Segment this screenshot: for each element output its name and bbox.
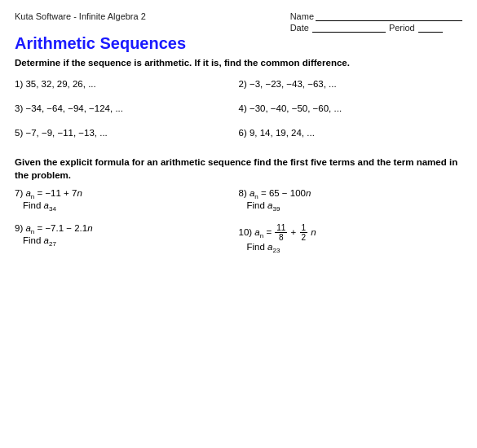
formula-problems-grid: 7) an = −11 + 7n Find a34 8) an = 65 − 1… — [15, 187, 462, 262]
formula-problem-8-formula: 8) an = 65 − 100n — [239, 188, 460, 200]
formula-problem-10: 10) an = 11 8 + 1 2 n Find a23 — [239, 222, 463, 262]
problem-5-text: −7, −9, −11, −13, ... — [25, 128, 107, 138]
problem-3-text: −34, −64, −94, −124, ... — [25, 103, 123, 113]
date-underline — [312, 23, 386, 33]
problem-6: 6) 9, 14, 19, 24, ... — [239, 125, 463, 149]
problem-1-text: 35, 32, 29, 26, ... — [25, 79, 95, 89]
name-underline — [316, 11, 462, 21]
problem-2-number: 2) — [239, 79, 250, 89]
period-label: Period — [389, 23, 415, 33]
formula-problem-7-formula: 7) an = −11 + 7n — [15, 188, 236, 200]
section2-instruction: Given the explicit formula for an arithm… — [15, 156, 462, 182]
name-section: Name Date Period — [290, 11, 462, 33]
problem-4: 4) −30, −40, −50, −60, ... — [239, 100, 463, 125]
problem-3: 3) −34, −64, −94, −124, ... — [15, 100, 239, 125]
formula-problem-7: 7) an = −11 + 7n Find a34 — [15, 187, 239, 222]
problems-grid: 1) 35, 32, 29, 26, ... 2) −3, −23, −43, … — [15, 76, 462, 149]
worksheet-page: Kuta Software - Infinite Algebra 2 Name … — [0, 0, 477, 448]
problem-1-number: 1) — [15, 79, 25, 89]
name-label: Name — [290, 11, 314, 21]
problem-5-number: 5) — [15, 128, 25, 138]
formula-problem-7-find: Find a34 — [15, 200, 236, 213]
formula-problem-9-find: Find a27 — [15, 235, 236, 248]
problem-2: 2) −3, −23, −43, −63, ... — [239, 76, 463, 100]
fraction-1-2: 1 2 — [300, 223, 308, 242]
problem-6-text: 9, 14, 19, 24, ... — [250, 128, 315, 138]
date-label: Date — [290, 23, 309, 33]
header: Kuta Software - Infinite Algebra 2 Name … — [15, 11, 462, 33]
problem-6-number: 6) — [239, 128, 250, 138]
formula-problem-9-formula: 9) an = −7.1 − 2.1n — [15, 223, 236, 235]
formula-problem-10-find: Find a23 — [239, 242, 460, 254]
problem-3-number: 3) — [15, 103, 25, 113]
problem-2-text: −3, −23, −43, −63, ... — [250, 79, 337, 89]
section1-instruction: Determine if the sequence is arithmetic.… — [15, 58, 462, 68]
problem-4-text: −30, −40, −50, −60, ... — [250, 103, 342, 113]
fraction-11-8: 11 8 — [275, 223, 287, 242]
formula-problem-10-formula: 10) an = 11 8 + 1 2 n — [239, 223, 460, 242]
software-label: Kuta Software - Infinite Algebra 2 — [15, 11, 146, 21]
page-title: Arithmetic Sequences — [15, 34, 462, 53]
formula-problem-8-find: Find a39 — [239, 200, 460, 213]
problem-5: 5) −7, −9, −11, −13, ... — [15, 125, 239, 149]
problem-4-number: 4) — [239, 103, 250, 113]
formula-problem-9: 9) an = −7.1 − 2.1n Find a27 — [15, 222, 239, 262]
section2-instruction-text: Given the explicit formula for an arithm… — [15, 157, 457, 180]
problem-1: 1) 35, 32, 29, 26, ... — [15, 76, 239, 100]
formula-problem-8: 8) an = 65 − 100n Find a39 — [239, 187, 463, 222]
period-underline — [418, 23, 443, 33]
